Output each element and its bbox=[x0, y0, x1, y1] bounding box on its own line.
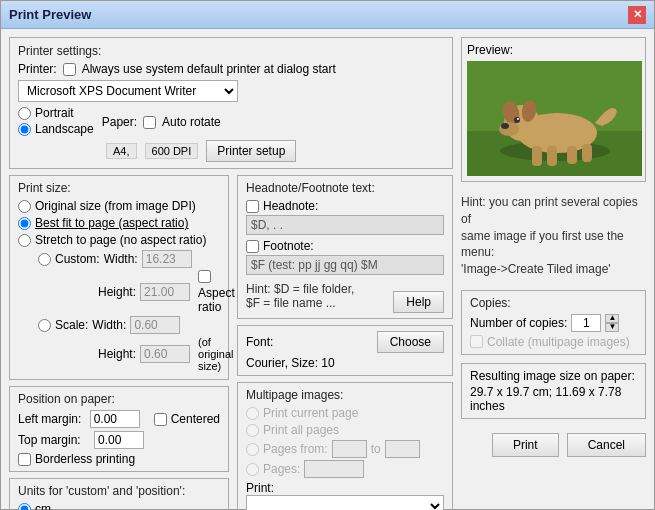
print-preview-dialog: Print Preview ✕ Printer settings: Printe… bbox=[0, 0, 655, 510]
aspect-ratio-label: Aspect ratio bbox=[198, 286, 235, 314]
borderless-checkbox[interactable] bbox=[18, 453, 31, 466]
custom-radio[interactable] bbox=[38, 253, 51, 266]
original-size-radio-label[interactable]: Original size (from image DPI) bbox=[18, 199, 220, 213]
pages-label: Pages: bbox=[263, 462, 300, 476]
dialog-body: Printer settings: Printer: Always use sy… bbox=[1, 29, 654, 510]
footnote-check-label[interactable]: Footnote: bbox=[246, 239, 444, 253]
collate-text: Collate (multipage images) bbox=[487, 335, 630, 349]
stretch-radio[interactable] bbox=[18, 234, 31, 247]
centered-checkbox[interactable] bbox=[154, 413, 167, 426]
multipage-section: Multipage images: Print current page Pri… bbox=[237, 382, 453, 510]
font-label: Font: bbox=[246, 335, 273, 349]
cancel-button[interactable]: Cancel bbox=[567, 433, 646, 457]
printer-label: Printer: bbox=[18, 62, 57, 76]
close-button[interactable]: ✕ bbox=[628, 6, 646, 24]
print-size-section: Print size: Original size (from image DP… bbox=[9, 175, 229, 380]
main-content: Print size: Original size (from image DP… bbox=[9, 175, 453, 510]
current-page-radio-label[interactable]: Print current page bbox=[246, 406, 444, 420]
svg-point-10 bbox=[517, 118, 519, 120]
paper-info: Paper: Auto rotate bbox=[102, 115, 444, 129]
best-fit-radio-label[interactable]: Best fit to page (aspect ratio) bbox=[18, 216, 220, 230]
svg-rect-11 bbox=[532, 146, 542, 166]
cm-radio-label[interactable]: cm bbox=[18, 502, 220, 510]
all-pages-label: Print all pages bbox=[263, 423, 339, 437]
landscape-label: Landscape bbox=[35, 122, 94, 136]
aspect-ratio-checkbox[interactable] bbox=[198, 270, 211, 283]
printer-row: Printer: Always use system default print… bbox=[18, 62, 444, 76]
scale-height-input[interactable] bbox=[140, 345, 190, 363]
multipage-label: Multipage images: bbox=[246, 388, 444, 402]
pages-input[interactable] bbox=[304, 460, 364, 478]
right-panel: Preview: bbox=[461, 37, 646, 510]
left-margin-input[interactable] bbox=[90, 410, 140, 428]
top-margin-row: Top margin: bbox=[18, 431, 220, 449]
paper-size: A4, bbox=[106, 143, 137, 159]
custom-width-input[interactable] bbox=[142, 250, 192, 268]
scale-width-input[interactable] bbox=[130, 316, 180, 334]
original-size-radio[interactable] bbox=[18, 200, 31, 213]
best-fit-radio[interactable] bbox=[18, 217, 31, 230]
all-pages-radio[interactable] bbox=[246, 424, 259, 437]
stretch-radio-label[interactable]: Stretch to page (no aspect ratio) bbox=[18, 233, 220, 247]
spin-down-button[interactable]: ▼ bbox=[605, 323, 619, 332]
hint-text: Hint: $D = file folder, $F = file name .… bbox=[246, 282, 354, 310]
borderless-label[interactable]: Borderless printing bbox=[18, 452, 220, 466]
printer-setup-button[interactable]: Printer setup bbox=[206, 140, 296, 162]
collate-label[interactable]: Collate (multipage images) bbox=[470, 335, 637, 349]
copies-spinner: ▲ ▼ bbox=[605, 314, 619, 332]
landscape-radio-label[interactable]: Landscape bbox=[18, 122, 94, 136]
printer-select[interactable]: Microsoft XPS Document Writer bbox=[18, 80, 238, 102]
footnote-input[interactable] bbox=[246, 255, 444, 275]
all-pages-radio-label[interactable]: Print all pages bbox=[246, 423, 444, 437]
pages-to-input[interactable] bbox=[385, 440, 420, 458]
pages-radio[interactable] bbox=[246, 463, 259, 476]
title-bar: Print Preview ✕ bbox=[1, 1, 654, 29]
preview-label: Preview: bbox=[467, 43, 640, 57]
pages-from-input[interactable] bbox=[332, 440, 367, 458]
cm-radio[interactable] bbox=[18, 503, 31, 511]
units-label: Units for 'custom' and 'position': bbox=[18, 484, 220, 498]
left-margin-row: Left margin: Centered bbox=[18, 410, 220, 428]
collate-checkbox[interactable] bbox=[470, 335, 483, 348]
hint-copies-text: Hint: you can print several copies of sa… bbox=[461, 194, 646, 278]
units-section: Units for 'custom' and 'position': cm in… bbox=[9, 478, 229, 510]
copies-input[interactable] bbox=[571, 314, 601, 332]
copies-number-row: Number of copies: ▲ ▼ bbox=[470, 314, 637, 332]
headnote-checkbox[interactable] bbox=[246, 200, 259, 213]
current-page-radio[interactable] bbox=[246, 407, 259, 420]
scale-height-row: Height: (of original size) bbox=[18, 336, 220, 372]
footnote-checkbox[interactable] bbox=[246, 240, 259, 253]
custom-row: Custom: Width: bbox=[18, 250, 220, 268]
scale-radio[interactable] bbox=[38, 319, 51, 332]
cm-label: cm bbox=[35, 502, 51, 510]
custom-height-input[interactable] bbox=[140, 283, 190, 301]
bottom-buttons: Print Cancel bbox=[461, 433, 646, 457]
paper-row: Portrait Landscape Paper: Auto rotate bbox=[18, 106, 444, 138]
best-fit-label: Best fit to page (aspect ratio) bbox=[35, 216, 188, 230]
height-label: Height: bbox=[98, 285, 136, 299]
headnote-input[interactable] bbox=[246, 215, 444, 235]
portrait-radio-label[interactable]: Portrait bbox=[18, 106, 94, 120]
top-margin-input[interactable] bbox=[94, 431, 144, 449]
choose-button[interactable]: Choose bbox=[377, 331, 444, 353]
landscape-radio[interactable] bbox=[18, 123, 31, 136]
printer-settings-section: Printer settings: Printer: Always use sy… bbox=[9, 37, 453, 169]
preview-svg bbox=[467, 61, 642, 176]
preview-section: Preview: bbox=[461, 37, 646, 182]
print-button[interactable]: Print bbox=[492, 433, 559, 457]
pages-from-radio[interactable] bbox=[246, 443, 259, 456]
result-section: Resulting image size on paper: 29.7 x 19… bbox=[461, 363, 646, 419]
scale-row: Scale: Width: bbox=[18, 316, 220, 334]
portrait-radio[interactable] bbox=[18, 107, 31, 120]
auto-rotate-checkbox[interactable] bbox=[143, 116, 156, 129]
svg-rect-14 bbox=[582, 144, 592, 162]
of-original-label: (of original size) bbox=[198, 336, 233, 372]
help-button[interactable]: Help bbox=[393, 291, 444, 313]
headnote-label: Headnote: bbox=[263, 199, 318, 213]
scale-height-label: Height: bbox=[98, 347, 136, 361]
scale-label: Scale: bbox=[55, 318, 88, 332]
headnote-section-label: Headnote/Footnote text: bbox=[246, 181, 444, 195]
always-default-checkbox[interactable] bbox=[63, 63, 76, 76]
print-select[interactable] bbox=[246, 495, 444, 510]
headnote-check-label[interactable]: Headnote: bbox=[246, 199, 444, 213]
